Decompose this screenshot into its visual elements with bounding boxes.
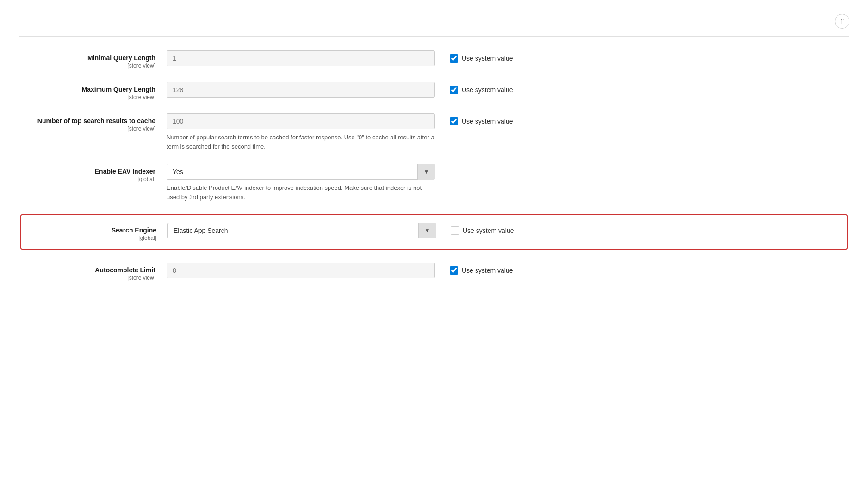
input-autocomplete-limit[interactable]: [167, 263, 435, 278]
use-system-value-label-top-search-results-cache: Use system value: [462, 118, 513, 125]
select-wrapper-search-engine: MySQLElasticsearch 7Elasticsearch 6Elast…: [167, 223, 436, 238]
system-value-col-maximum-query-length: Use system value: [435, 82, 513, 94]
system-value-col-search-engine: Use system value: [436, 223, 514, 235]
use-system-value-label-autocomplete-limit: Use system value: [462, 267, 513, 274]
field-scope-autocomplete-limit: [store view]: [28, 275, 155, 281]
field-label-search-engine: Search Engine: [29, 226, 156, 234]
use-system-value-label-minimal-query-length: Use system value: [462, 55, 513, 62]
collapse-button[interactable]: ⇧: [835, 14, 849, 29]
form-row-enable-eav-indexer: Enable EAV Indexer[global]YesNo▼Enable/D…: [28, 164, 840, 201]
input-col-minimal-query-length: [167, 50, 435, 66]
use-system-value-checkbox-search-engine[interactable]: [451, 226, 459, 235]
field-note-top-search-results-cache: Number of popular search terms to be cac…: [167, 133, 435, 151]
use-system-value-checkbox-top-search-results-cache[interactable]: [450, 117, 458, 125]
label-col-maximum-query-length: Maximum Query Length[store view]: [28, 82, 167, 100]
field-label-autocomplete-limit: Autocomplete Limit: [28, 266, 155, 274]
select-enable-eav-indexer[interactable]: YesNo: [167, 164, 435, 180]
use-system-value-label-search-engine: Use system value: [463, 227, 514, 234]
field-scope-enable-eav-indexer: [global]: [28, 176, 155, 182]
form-row-search-engine: Search Engine[global]MySQLElasticsearch …: [20, 214, 848, 250]
section-header: ⇧: [19, 14, 849, 37]
label-col-autocomplete-limit: Autocomplete Limit[store view]: [28, 263, 167, 281]
label-col-enable-eav-indexer: Enable EAV Indexer[global]: [28, 164, 167, 182]
input-col-top-search-results-cache: Number of popular search terms to be cac…: [167, 113, 435, 151]
input-col-enable-eav-indexer: YesNo▼Enable/Disable Product EAV indexer…: [167, 164, 435, 201]
system-value-col-minimal-query-length: Use system value: [435, 50, 513, 63]
input-maximum-query-length[interactable]: [167, 82, 435, 98]
input-top-search-results-cache[interactable]: [167, 113, 435, 129]
field-scope-maximum-query-length: [store view]: [28, 94, 155, 100]
use-system-value-checkbox-autocomplete-limit[interactable]: [450, 266, 458, 275]
form-row-maximum-query-length: Maximum Query Length[store view]Use syst…: [28, 82, 840, 100]
input-col-search-engine: MySQLElasticsearch 7Elasticsearch 6Elast…: [167, 223, 436, 238]
input-col-maximum-query-length: [167, 82, 435, 98]
input-minimal-query-length[interactable]: [167, 50, 435, 66]
form-row-autocomplete-limit: Autocomplete Limit[store view]Use system…: [28, 263, 840, 281]
field-note-enable-eav-indexer: Enable/Disable Product EAV indexer to im…: [167, 183, 435, 201]
field-scope-top-search-results-cache: [store view]: [28, 125, 155, 132]
system-value-col-autocomplete-limit: Use system value: [435, 263, 513, 275]
field-label-enable-eav-indexer: Enable EAV Indexer: [28, 168, 155, 175]
form-body: Minimal Query Length[store view]Use syst…: [19, 50, 849, 281]
label-col-top-search-results-cache: Number of top search results to cache[st…: [28, 113, 167, 132]
form-row-minimal-query-length: Minimal Query Length[store view]Use syst…: [28, 50, 840, 69]
use-system-value-label-maximum-query-length: Use system value: [462, 86, 513, 94]
select-wrapper-enable-eav-indexer: YesNo▼: [167, 164, 435, 180]
page-container: ⇧ Minimal Query Length[store view]Use sy…: [0, 0, 868, 489]
input-col-autocomplete-limit: [167, 263, 435, 278]
field-scope-search-engine: [global]: [29, 235, 156, 241]
system-value-col-enable-eav-indexer: [435, 164, 450, 168]
use-system-value-checkbox-minimal-query-length[interactable]: [450, 54, 458, 63]
system-value-col-top-search-results-cache: Use system value: [435, 113, 513, 125]
label-col-minimal-query-length: Minimal Query Length[store view]: [28, 50, 167, 69]
label-col-search-engine: Search Engine[global]: [29, 223, 167, 241]
field-label-maximum-query-length: Maximum Query Length: [28, 86, 155, 93]
use-system-value-checkbox-maximum-query-length[interactable]: [450, 86, 458, 94]
form-row-top-search-results-cache: Number of top search results to cache[st…: [28, 113, 840, 151]
field-label-minimal-query-length: Minimal Query Length: [28, 54, 155, 62]
select-search-engine[interactable]: MySQLElasticsearch 7Elasticsearch 6Elast…: [167, 223, 436, 238]
field-scope-minimal-query-length: [store view]: [28, 63, 155, 69]
field-label-top-search-results-cache: Number of top search results to cache: [28, 117, 155, 125]
